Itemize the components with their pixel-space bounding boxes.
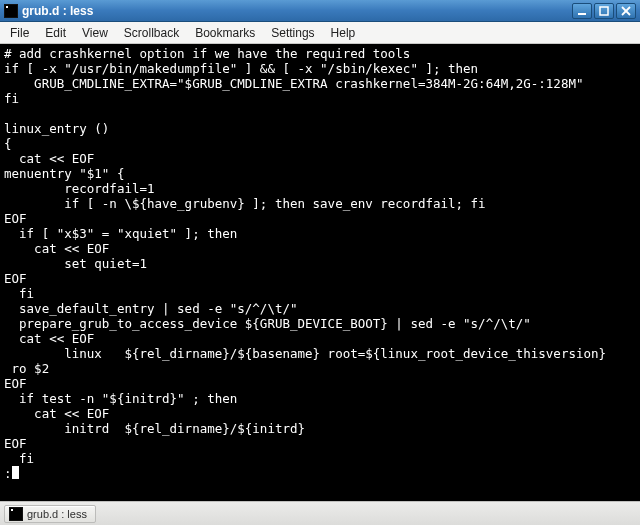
title-bar: grub.d : less xyxy=(0,0,640,22)
menu-bar: FileEditViewScrollbackBookmarksSettingsH… xyxy=(0,22,640,44)
svg-rect-9 xyxy=(11,509,13,511)
svg-rect-3 xyxy=(578,13,586,15)
minimize-button[interactable] xyxy=(572,3,592,19)
task-bar: grub.d : less xyxy=(0,501,640,525)
cursor xyxy=(12,466,19,479)
menu-settings[interactable]: Settings xyxy=(263,24,322,42)
terminal-content: # add crashkernel option if we have the … xyxy=(4,46,636,466)
menu-edit[interactable]: Edit xyxy=(37,24,74,42)
menu-scrollback[interactable]: Scrollback xyxy=(116,24,187,42)
maximize-button[interactable] xyxy=(594,3,614,19)
menu-bookmarks[interactable]: Bookmarks xyxy=(187,24,263,42)
menu-view[interactable]: View xyxy=(74,24,116,42)
svg-rect-2 xyxy=(6,6,8,8)
window-buttons xyxy=(572,3,636,19)
window-icon xyxy=(4,4,18,18)
taskbar-button[interactable]: grub.d : less xyxy=(4,505,96,523)
terminal-pane[interactable]: # add crashkernel option if we have the … xyxy=(0,44,640,501)
menu-file[interactable]: File xyxy=(2,24,37,42)
close-button[interactable] xyxy=(616,3,636,19)
less-prompt: : xyxy=(4,466,12,481)
window-title: grub.d : less xyxy=(22,4,572,18)
svg-rect-4 xyxy=(600,7,608,15)
taskbar-button-label: grub.d : less xyxy=(27,508,87,520)
less-prompt-line: : xyxy=(4,466,636,481)
menu-help[interactable]: Help xyxy=(323,24,364,42)
